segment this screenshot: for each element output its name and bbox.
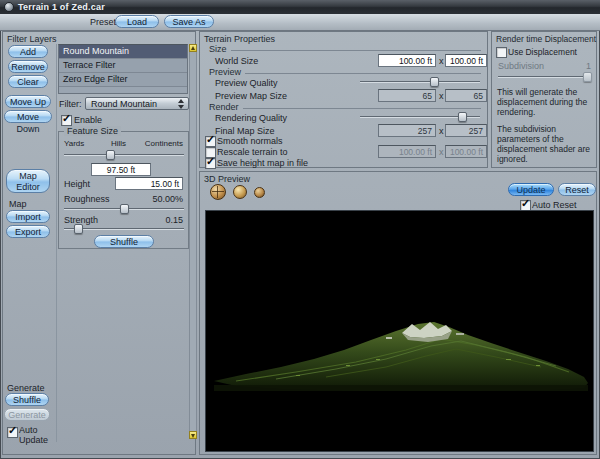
rescale-terrain-label: Rescale terrain to <box>217 147 288 157</box>
layer-row-label: Round Mountain <box>63 46 129 56</box>
displacement-panel: Render time Displacement Use Displacemen… <box>491 31 597 168</box>
remove-button[interactable]: Remove <box>8 60 48 73</box>
displacement-info-2: The subdivision parameters of the displa… <box>497 124 594 164</box>
enable-checkbox[interactable] <box>61 115 72 126</box>
small-sphere-icon[interactable] <box>254 187 265 198</box>
filter-shuffle-button[interactable]: Shuffle <box>94 235 154 248</box>
preview-quality-label: Preview Quality <box>215 78 278 88</box>
world-size-x-label: x <box>439 56 444 66</box>
terrain-properties-title: Terrain Properties <box>204 34 275 44</box>
size-section-label: Size <box>209 44 227 54</box>
displacement-info-1: This will generate the displacement duri… <box>497 87 594 117</box>
filter-dropdown[interactable]: Round Mountain <box>85 97 189 110</box>
layer-row-round-mountain[interactable]: Round Mountain <box>59 45 187 59</box>
map-section-title: Map <box>9 199 27 209</box>
save-as-button[interactable]: Save As <box>164 15 214 28</box>
feature-size-title: Feature Size <box>64 126 121 136</box>
generate-shuffle-button[interactable]: Shuffle <box>5 393 49 406</box>
render-section-header: Render <box>209 102 481 112</box>
preview-section-label: Preview <box>209 67 241 77</box>
preview-quality-slider[interactable] <box>360 77 480 87</box>
window-titlebar[interactable]: Terrain 1 of Zed.car <box>0 0 600 14</box>
rescale-x-label: x <box>439 147 444 157</box>
save-height-map-checkbox[interactable] <box>205 158 216 169</box>
world-size-label: World Size <box>215 56 258 66</box>
height-label: Height <box>64 179 90 189</box>
scroll-down-icon[interactable] <box>189 431 197 439</box>
filter-dropdown-value: Round Mountain <box>91 99 157 109</box>
smooth-normals-checkbox[interactable] <box>205 136 216 147</box>
roughness-label: Roughness <box>64 194 110 204</box>
shaded-sphere-icon[interactable] <box>233 185 247 199</box>
rescale-height-field: 100.00 ft <box>445 145 487 158</box>
scroll-up-icon[interactable] <box>189 44 197 52</box>
strength-slider[interactable] <box>64 224 184 234</box>
layer-list: Round Mountain Terrace Filter Zero Edge … <box>58 44 188 94</box>
update-button[interactable]: Update <box>508 183 554 196</box>
terrain-preview-render <box>206 211 593 451</box>
preview3d-panel: 3D Preview Update Reset Auto Reset <box>199 171 597 455</box>
preview-map-height-field: 65 <box>445 89 487 102</box>
terrain-properties-panel: Terrain Properties Size World Size 100.0… <box>199 31 488 168</box>
feature-size-slider[interactable] <box>64 150 184 160</box>
feature-size-field[interactable]: 97.50 ft <box>91 163 151 176</box>
filter-layers-title: Filter Layers <box>7 34 57 44</box>
slider-thumb[interactable] <box>106 150 115 160</box>
final-map-width-field: 257 <box>378 124 436 137</box>
filter-scrollbar-track[interactable] <box>189 51 197 431</box>
subdivision-slider[interactable] <box>498 72 591 82</box>
displacement-title: Render time Displacement <box>496 34 596 44</box>
rendering-quality-label: Rendering Quality <box>215 113 287 123</box>
import-button[interactable]: Import <box>6 210 50 223</box>
export-button[interactable]: Export <box>6 225 50 238</box>
smooth-normals-label: Smooth normals <box>217 136 283 146</box>
add-button[interactable]: Add <box>8 45 48 58</box>
preview3d-title: 3D Preview <box>204 174 250 184</box>
terrain-editor-window: Terrain 1 of Zed.car Preset: Load Save A… <box>0 0 600 459</box>
roughness-slider[interactable] <box>64 204 184 214</box>
subdivision-value: 1 <box>586 61 591 71</box>
world-size-height-field[interactable]: 100.00 ft <box>445 54 487 67</box>
slider-thumb[interactable] <box>583 72 592 82</box>
slider-track <box>360 81 480 83</box>
slider-track <box>64 154 184 156</box>
layer-row-label: Terrace Filter <box>63 60 116 70</box>
use-displacement-checkbox[interactable] <box>496 47 507 58</box>
size-section-header: Size <box>209 44 481 54</box>
move-up-button[interactable]: Move Up <box>5 95 51 108</box>
generate-button[interactable]: Generate <box>4 408 50 421</box>
reset-button[interactable]: Reset <box>558 183 596 196</box>
enable-label: Enable <box>74 115 102 125</box>
auto-update-checkbox[interactable] <box>7 427 18 438</box>
layer-row-label: Zero Edge Filter <box>63 74 128 84</box>
terrain-3d-viewport[interactable] <box>205 210 594 452</box>
use-displacement-label: Use Displacement <box>508 47 577 57</box>
slider-thumb[interactable] <box>458 112 467 122</box>
preview-section-header: Preview <box>209 67 481 77</box>
load-button[interactable]: Load <box>115 15 159 28</box>
roughness-value: 50.00% <box>152 194 183 204</box>
rendering-quality-slider[interactable] <box>360 112 480 122</box>
rotate-sphere-icon[interactable] <box>210 184 226 200</box>
auto-reset-label: Auto Reset <box>532 200 577 210</box>
map-editor-button[interactable]: Map Editor <box>6 169 50 193</box>
feature-size-group: Feature Size Yards Hills Continents 97.5… <box>58 131 189 249</box>
layer-row-zero-edge-filter[interactable]: Zero Edge Filter <box>59 73 187 87</box>
move-down-button[interactable]: Move Down <box>4 110 52 123</box>
slider-thumb[interactable] <box>120 204 129 214</box>
height-field[interactable]: 15.00 ft <box>115 177 183 190</box>
tick-hills: Hills <box>111 139 126 148</box>
slider-thumb[interactable] <box>74 224 83 234</box>
slider-track <box>498 76 591 78</box>
window-icon <box>4 2 14 12</box>
final-map-size-label: Final Map Size <box>215 126 275 136</box>
dropdown-arrows-icon <box>178 99 185 109</box>
tick-yards: Yards <box>64 139 84 148</box>
preview-map-width-field: 65 <box>378 89 436 102</box>
slider-thumb[interactable] <box>430 77 439 87</box>
auto-update-label: Auto Update <box>19 425 55 445</box>
layer-row-terrace-filter[interactable]: Terrace Filter <box>59 59 187 73</box>
generate-section-title: Generate <box>7 383 45 393</box>
world-size-width-field[interactable]: 100.00 ft <box>378 54 436 67</box>
clear-button[interactable]: Clear <box>8 75 48 88</box>
